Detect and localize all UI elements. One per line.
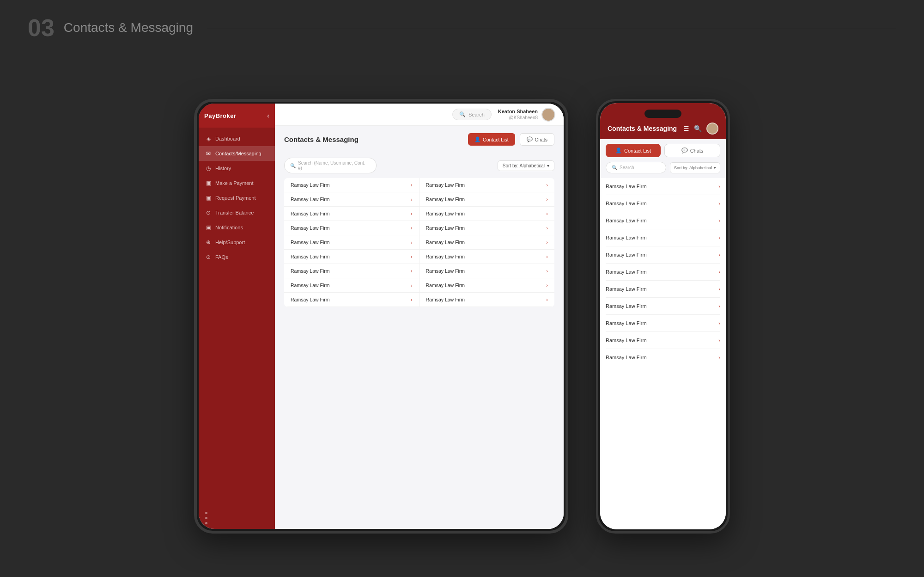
contact-name: Ramsay Law Firm xyxy=(606,184,647,189)
list-item[interactable]: Ramsay Law Firm › xyxy=(606,178,720,195)
chevron-right-icon: › xyxy=(411,282,413,288)
table-row[interactable]: Ramsay Law Firm › xyxy=(284,178,419,192)
table-row[interactable]: Ramsay Law Firm › xyxy=(284,235,419,250)
avatar xyxy=(541,108,555,122)
list-item[interactable]: Ramsay Law Firm › xyxy=(606,298,720,315)
phone-tab-contact-list[interactable]: 👤 Contact List xyxy=(606,144,661,157)
contact-name: Ramsay Law Firm xyxy=(291,268,330,274)
sidebar-item-make-payment[interactable]: ▣ Make a Payment xyxy=(199,176,275,190)
contact-name: Ramsay Law Firm xyxy=(606,252,647,258)
phone-sort-button[interactable]: Sort by: Alphabetical ▾ xyxy=(670,162,720,173)
topbar-search[interactable]: 🔍 Search xyxy=(452,109,492,120)
table-row[interactable]: Ramsay Law Firm › xyxy=(419,264,555,278)
sidebar-item-history[interactable]: ◷ History xyxy=(199,161,275,176)
table-row[interactable]: Ramsay Law Firm › xyxy=(419,293,555,307)
contacts-search-input[interactable]: 🔍 Search (Name, Username, Cont. #) xyxy=(284,158,377,173)
sidebar-item-transfer[interactable]: ⊙ Transfer Balance xyxy=(199,205,275,220)
list-item[interactable]: Ramsay Law Firm › xyxy=(606,212,720,229)
chevron-right-icon: › xyxy=(718,269,720,275)
sidebar-collapse-icon[interactable]: ‹ xyxy=(267,112,269,119)
phone-tab-chats[interactable]: 💬 Chats xyxy=(664,144,720,157)
tab-contact-list[interactable]: 👤 Contact List xyxy=(468,133,515,146)
contact-name: Ramsay Law Firm xyxy=(426,225,465,231)
phone-avatar[interactable] xyxy=(706,123,718,135)
chevron-right-icon: › xyxy=(546,211,548,216)
contact-name: Ramsay Law Firm xyxy=(291,254,330,259)
phone-header-icons: ☰ 🔍 xyxy=(683,123,718,135)
list-item[interactable]: Ramsay Law Firm › xyxy=(606,281,720,298)
chevron-right-icon: › xyxy=(546,268,548,274)
content-page-title: Contacts & Messaging xyxy=(284,135,359,143)
contact-name: Ramsay Law Firm xyxy=(426,196,465,202)
search-small-icon: 🔍 xyxy=(612,165,617,170)
list-item[interactable]: Ramsay Law Firm › xyxy=(606,315,720,332)
sidebar-item-label: Notifications xyxy=(215,225,243,230)
sidebar-dots xyxy=(199,507,275,529)
contact-name: Ramsay Law Firm xyxy=(291,239,330,245)
chevron-right-icon: › xyxy=(546,225,548,231)
chevron-right-icon: › xyxy=(546,282,548,288)
sidebar-item-label: FAQs xyxy=(215,254,228,260)
sidebar-item-faqs[interactable]: ⊙ FAQs xyxy=(199,250,275,264)
contacts-icon: ✉ xyxy=(205,150,212,157)
table-row[interactable]: Ramsay Law Firm › xyxy=(284,293,419,307)
table-row[interactable]: Ramsay Law Firm › xyxy=(284,278,419,293)
list-item[interactable]: Ramsay Law Firm › xyxy=(606,195,720,212)
sort-button[interactable]: Sort by: Alphabetical ▾ xyxy=(498,160,554,171)
list-item[interactable]: Ramsay Law Firm › xyxy=(606,264,720,281)
table-row[interactable]: Ramsay Law Firm › xyxy=(284,221,419,235)
contact-name: Ramsay Law Firm xyxy=(606,320,647,326)
phone-search-input[interactable]: 🔍 Search xyxy=(606,162,666,173)
chevron-right-icon: › xyxy=(718,355,720,360)
table-row[interactable]: Ramsay Law Firm › xyxy=(419,278,555,293)
phone-search-placeholder: Search xyxy=(620,165,634,170)
list-item[interactable]: Ramsay Law Firm › xyxy=(606,332,720,349)
table-row[interactable]: Ramsay Law Firm › xyxy=(419,235,555,250)
sidebar-dot-3 xyxy=(205,522,207,524)
chevron-right-icon: › xyxy=(718,184,720,189)
sidebar-item-label: Transfer Balance xyxy=(215,210,254,215)
table-row[interactable]: Ramsay Law Firm › xyxy=(419,192,555,207)
sidebar-item-request-payment[interactable]: ▣ Request Payment xyxy=(199,190,275,205)
sidebar-item-help[interactable]: ⊕ Help/Support xyxy=(199,235,275,250)
sidebar-item-notifications[interactable]: ▣ Notifications xyxy=(199,220,275,235)
tablet-device: PayBroker ‹ ◈ Dashboard ✉ Contacts/Messa… xyxy=(194,99,568,534)
chevron-right-icon: › xyxy=(546,297,548,302)
main-content: PayBroker ‹ ◈ Dashboard ✉ Contacts/Messa… xyxy=(0,51,924,577)
sidebar-item-label: History xyxy=(215,166,231,171)
contact-name: Ramsay Law Firm xyxy=(291,282,330,288)
notifications-icon: ▣ xyxy=(205,224,212,231)
table-row[interactable]: Ramsay Law Firm › xyxy=(419,178,555,192)
chevron-right-icon: › xyxy=(411,297,413,302)
contacts-search-placeholder: Search (Name, Username, Cont. #) xyxy=(298,160,371,171)
sidebar-logo: PayBroker xyxy=(204,112,237,119)
contact-name: Ramsay Law Firm xyxy=(606,303,647,309)
list-item[interactable]: Ramsay Law Firm › xyxy=(606,349,720,366)
table-row[interactable]: Ramsay Law Firm › xyxy=(284,192,419,207)
table-row[interactable]: Ramsay Law Firm › xyxy=(284,207,419,221)
sidebar-nav: ◈ Dashboard ✉ Contacts/Messaging ◷ Histo… xyxy=(199,128,275,507)
contact-name: Ramsay Law Firm xyxy=(291,182,330,188)
contact-name: Ramsay Law Firm xyxy=(606,201,647,206)
list-item[interactable]: Ramsay Law Firm › xyxy=(606,246,720,264)
chevron-right-icon: › xyxy=(718,286,720,292)
phone-header: Contacts & Messaging ☰ 🔍 xyxy=(608,123,718,135)
table-row[interactable]: Ramsay Law Firm › xyxy=(419,250,555,264)
chevron-right-icon: › xyxy=(546,254,548,259)
phone-tab-chats-label: Chats xyxy=(690,148,704,153)
table-row[interactable]: Ramsay Law Firm › xyxy=(284,264,419,278)
contact-name: Ramsay Law Firm xyxy=(291,196,330,202)
table-row[interactable]: Ramsay Law Firm › xyxy=(419,207,555,221)
menu-icon[interactable]: ☰ xyxy=(683,125,689,132)
contact-name: Ramsay Law Firm xyxy=(426,182,465,188)
table-row[interactable]: Ramsay Law Firm › xyxy=(419,221,555,235)
phone-controls: 🔍 Search Sort by: Alphabetical ▾ xyxy=(600,162,726,178)
phone-search-icon[interactable]: 🔍 xyxy=(694,125,702,132)
sidebar-item-dashboard[interactable]: ◈ Dashboard xyxy=(199,131,275,146)
list-item[interactable]: Ramsay Law Firm › xyxy=(606,229,720,246)
sidebar-item-contacts[interactable]: ✉ Contacts/Messaging xyxy=(199,146,275,161)
tab-chats[interactable]: 💬 Chats xyxy=(520,133,554,146)
table-row[interactable]: Ramsay Law Firm › xyxy=(284,250,419,264)
sidebar-item-label: Help/Support xyxy=(215,239,245,245)
sidebar-item-label: Contacts/Messaging xyxy=(215,151,261,156)
